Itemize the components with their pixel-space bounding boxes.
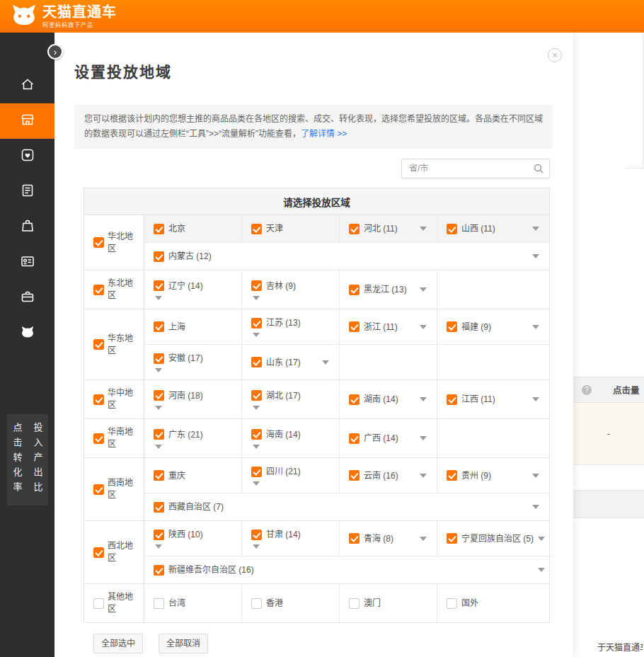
- dropdown-arrow-icon[interactable]: [155, 406, 162, 410]
- cancel-all-button[interactable]: 全部取消: [159, 634, 208, 653]
- province-checkbox[interactable]: [349, 433, 360, 444]
- province-checkbox[interactable]: [447, 321, 457, 332]
- dropdown-arrow-icon[interactable]: [532, 397, 539, 401]
- province-cell[interactable]: 宁夏回族自治区 (5): [437, 521, 555, 556]
- dropdown-arrow-icon[interactable]: [538, 537, 545, 541]
- province-checkbox[interactable]: [154, 502, 164, 513]
- province-cell[interactable]: 上海: [144, 309, 242, 344]
- sidebar-item-favorites[interactable]: [0, 139, 54, 174]
- province-checkbox[interactable]: [447, 598, 457, 609]
- province-checkbox[interactable]: [349, 285, 360, 295]
- region-label[interactable]: 华中地区: [108, 387, 136, 411]
- dropdown-arrow-icon[interactable]: [420, 227, 427, 231]
- dropdown-arrow-icon[interactable]: [532, 474, 539, 478]
- province-cell[interactable]: 四川 (21): [242, 458, 340, 493]
- province-checkbox[interactable]: [447, 470, 457, 481]
- search-input[interactable]: [401, 159, 550, 178]
- region-checkbox[interactable]: [93, 394, 104, 405]
- province-cell[interactable]: 辽宁 (14): [144, 270, 242, 309]
- province-checkbox[interactable]: [251, 224, 262, 234]
- province-checkbox[interactable]: [251, 357, 262, 367]
- province-cell[interactable]: 山西 (11): [437, 215, 549, 242]
- province-cell[interactable]: 山东 (17): [242, 345, 340, 379]
- dropdown-arrow-icon[interactable]: [155, 368, 162, 372]
- province-checkbox[interactable]: [251, 467, 262, 477]
- province-checkbox[interactable]: [349, 394, 360, 405]
- province-cell[interactable]: 青海 (8): [340, 521, 437, 556]
- select-all-button[interactable]: 全部选中: [93, 634, 143, 653]
- region-label[interactable]: 西北地区: [108, 540, 136, 564]
- province-checkbox[interactable]: [154, 530, 164, 540]
- province-checkbox[interactable]: [154, 224, 164, 234]
- province-cell[interactable]: 北京: [144, 215, 242, 242]
- dropdown-arrow-icon[interactable]: [155, 445, 162, 449]
- province-checkbox[interactable]: [349, 598, 360, 609]
- province-checkbox[interactable]: [154, 321, 164, 332]
- sidebar-item-tmall[interactable]: [0, 316, 54, 351]
- sidebar-item-report[interactable]: [0, 174, 54, 210]
- province-checkbox[interactable]: [349, 224, 360, 234]
- province-checkbox[interactable]: [154, 470, 164, 481]
- province-checkbox[interactable]: [447, 394, 457, 405]
- province-cell[interactable]: 云南 (16): [340, 458, 437, 493]
- province-checkbox[interactable]: [251, 390, 262, 401]
- province-checkbox[interactable]: [447, 224, 457, 234]
- sidebar-collapse-button[interactable]: ›: [47, 44, 63, 59]
- province-cell[interactable]: 广西 (14): [340, 419, 437, 457]
- province-checkbox[interactable]: [154, 353, 164, 364]
- province-cell[interactable]: 福建 (9): [437, 309, 549, 344]
- dropdown-arrow-icon[interactable]: [155, 544, 162, 549]
- dropdown-arrow-icon[interactable]: [322, 360, 329, 365]
- province-checkbox[interactable]: [154, 251, 164, 262]
- dropdown-arrow-icon[interactable]: [538, 568, 545, 572]
- province-checkbox[interactable]: [154, 390, 164, 401]
- province-checkbox[interactable]: [154, 598, 164, 609]
- province-checkbox[interactable]: [154, 429, 164, 440]
- province-cell[interactable]: 河南 (18): [144, 380, 242, 418]
- province-cell[interactable]: 甘肃 (14): [242, 521, 340, 556]
- sidebar-item-home[interactable]: [0, 68, 54, 103]
- dropdown-arrow-icon[interactable]: [420, 287, 427, 292]
- dropdown-arrow-icon[interactable]: [253, 445, 260, 449]
- province-checkbox[interactable]: [251, 318, 262, 328]
- region-label[interactable]: 华北地区: [108, 231, 136, 255]
- sidebar-metrics-box[interactable]: 点击转化率 投入产出比: [7, 414, 48, 505]
- dropdown-arrow-icon[interactable]: [532, 254, 539, 258]
- province-cell[interactable]: 内蒙古 (12): [144, 243, 549, 270]
- dropdown-arrow-icon[interactable]: [253, 333, 260, 337]
- province-cell[interactable]: 黑龙江 (13): [340, 270, 437, 309]
- region-label[interactable]: 华南地区: [108, 426, 136, 450]
- region-label[interactable]: 其他地区: [108, 591, 136, 615]
- region-checkbox[interactable]: [93, 285, 104, 295]
- province-checkbox[interactable]: [349, 533, 360, 544]
- dropdown-arrow-icon[interactable]: [253, 544, 260, 549]
- province-cell[interactable]: 天津: [242, 215, 340, 242]
- province-cell[interactable]: 新疆维吾尔自治区 (16): [144, 556, 555, 583]
- region-checkbox[interactable]: [93, 547, 104, 558]
- province-cell[interactable]: 湖南 (14): [340, 380, 437, 418]
- province-cell[interactable]: 重庆: [144, 458, 242, 493]
- province-checkbox[interactable]: [349, 321, 360, 332]
- dropdown-arrow-icon[interactable]: [253, 296, 260, 300]
- province-checkbox[interactable]: [251, 429, 262, 440]
- dropdown-arrow-icon[interactable]: [155, 296, 162, 300]
- province-checkbox[interactable]: [251, 530, 262, 540]
- province-cell[interactable]: 江苏 (13): [242, 309, 340, 344]
- province-cell[interactable]: 湖北 (17): [242, 380, 340, 418]
- province-cell[interactable]: 国外: [437, 584, 549, 622]
- learn-more-link[interactable]: 了解详情 >>: [301, 129, 347, 139]
- province-cell[interactable]: 台湾: [144, 584, 242, 622]
- close-icon[interactable]: [548, 48, 562, 62]
- province-cell[interactable]: 澳门: [340, 584, 437, 622]
- province-cell[interactable]: 香港: [242, 584, 340, 622]
- province-cell[interactable]: 安徽 (17): [144, 345, 242, 379]
- province-checkbox[interactable]: [154, 280, 164, 291]
- province-checkbox[interactable]: [447, 533, 457, 544]
- dropdown-arrow-icon[interactable]: [532, 227, 539, 231]
- search-icon[interactable]: [533, 163, 544, 174]
- region-checkbox[interactable]: [93, 339, 104, 350]
- dropdown-arrow-icon[interactable]: [420, 397, 427, 401]
- dropdown-arrow-icon[interactable]: [532, 505, 539, 509]
- province-cell[interactable]: 西藏自治区 (7): [144, 493, 549, 520]
- dropdown-arrow-icon[interactable]: [420, 436, 427, 440]
